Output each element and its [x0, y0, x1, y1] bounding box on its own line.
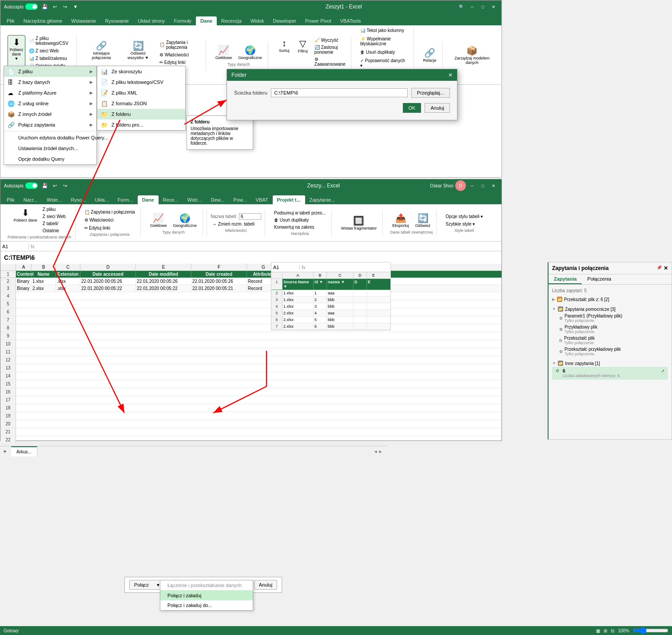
btab-pow[interactable]: Pow... [229, 195, 251, 204]
geograficzne-btn[interactable]: 🌍 Geograficzne [236, 44, 264, 61]
cell-1d[interactable]: Date accessed [80, 271, 136, 278]
dd-polacz-zaladuj[interactable]: Połącz i załaduj [160, 591, 253, 600]
ok-btn[interactable]: OK [403, 103, 421, 113]
menu-query-options[interactable]: Opcje dodatku Query [4, 154, 96, 164]
tab-vba[interactable]: VBATools [336, 16, 366, 25]
btab-uklad[interactable]: Ukła... [91, 195, 113, 204]
bottom-close-btn[interactable]: ✕ [489, 181, 498, 190]
poprawnosc-btn[interactable]: ✓ Poprawność danych ▾ [358, 57, 410, 69]
zastosuj-btn[interactable]: 🔄 Zastosuj ponownie [313, 44, 347, 56]
cell-ref-input[interactable]: A1 [2, 244, 29, 249]
sheet-tab-arkus[interactable]: Arkus... [11, 446, 37, 456]
btab-rece[interactable]: Rece... [159, 195, 183, 204]
pq-tab-queries[interactable]: Zapytania [549, 274, 582, 284]
minimize-btn[interactable]: ─ [468, 2, 477, 11]
nazwa-tabeli-input[interactable] [239, 213, 261, 220]
save-icon[interactable]: 💾 [40, 2, 49, 11]
right-h-d[interactable]: D [354, 279, 367, 290]
autosave-switch[interactable] [25, 4, 38, 10]
menu-from-online[interactable]: 🌐 Z usług online [4, 98, 96, 109]
browse-btn[interactable]: Przeglądaj... [411, 88, 450, 98]
bottom-table-btn[interactable]: Z tabeli/ [41, 220, 68, 227]
dialog-close-btn[interactable]: ✕ [448, 72, 453, 78]
dd-polacz-zaladuj-do[interactable]: Połącz i załaduj do... [160, 600, 253, 610]
usun-dup-btn[interactable]: 🗑 Usuń duplikaty [358, 49, 410, 56]
cell-1c[interactable]: Extension [56, 271, 80, 278]
tab-deweloper[interactable]: Deweloper [268, 16, 301, 25]
bottom-usun-btn[interactable]: 🗑 Usuń duplikaty [272, 217, 328, 223]
sortuj-btn[interactable]: ↕ Sortuj [275, 37, 293, 54]
eksportuj-btn[interactable]: 📤 Eksportuj [390, 211, 411, 229]
zmien-rozm-btn[interactable]: ↔ Zmień rozm. tabeli [211, 221, 261, 227]
zaawansowane-btn[interactable]: ⚙ Zaawansowane [313, 56, 347, 67]
pq-group-helper-header[interactable]: ▼ 📁 Zapytania pomocnicze [3] [552, 306, 668, 313]
add-sheet-btn[interactable]: + [0, 447, 9, 456]
maximize-btn[interactable]: □ [478, 2, 487, 11]
redo-icon[interactable]: ↪ [61, 2, 70, 11]
from-workbook-item[interactable]: 📊 Ze skoroszytu [97, 66, 185, 77]
konwertuj-btn[interactable]: Konwertuj na zakres [272, 224, 328, 230]
close-btn[interactable]: ✕ [489, 2, 498, 11]
bottom-csv-btn[interactable]: Z pliku [41, 206, 68, 213]
menu-connect-query[interactable]: 🔗 Połącz zapytania [4, 119, 96, 130]
tab-rysowanie[interactable]: Rysowanie [100, 16, 133, 25]
bottom-geo-btn[interactable]: 🌍 Geograficzne [171, 211, 199, 229]
queries-connections-btn[interactable]: 📋 Zapytania i połączenia [158, 39, 202, 51]
filtruj-btn[interactable]: ▽ Filtruj [294, 37, 312, 55]
menu-data-sources[interactable]: Ustawienia źródeł danych... [4, 143, 96, 154]
properties-btn[interactable]: ⚙ Właściwości [158, 52, 202, 58]
cell-1a[interactable]: Content [16, 271, 32, 278]
btab-vbat[interactable]: VBAT [251, 195, 273, 204]
edit-links-btn[interactable]: ✏ Edytuj linki [158, 59, 202, 66]
search-btn[interactable]: 🔍 [457, 2, 466, 11]
row2-content[interactable]: Binary [16, 278, 32, 285]
bottom-minimize-btn[interactable]: ─ [468, 181, 477, 190]
menu-run-editor[interactable]: Uruchom edytora dodatku Power Query... [4, 132, 96, 143]
pq-tab-connections[interactable]: Połączenia [582, 274, 616, 284]
bottom-gieldowe-btn[interactable]: 📈 Giełdowe [148, 211, 169, 229]
btab-narz[interactable]: Narz... [19, 195, 42, 204]
wypelnianie-btn[interactable]: ⚡ Wypełnianie błyskawiczne [358, 36, 410, 47]
relacje-btn[interactable]: 🔗 Relacje [421, 46, 439, 64]
view-break-icon[interactable]: ⊟ [611, 628, 614, 633]
from-sharepoint-item[interactable]: 📁 Z folderu pro... [97, 119, 185, 130]
from-json-item[interactable]: 📋 Z formatu JSON [97, 98, 185, 109]
pq-group-other-header[interactable]: ▼ 📁 Inne zapytania [1] [552, 360, 668, 367]
menu-from-db[interactable]: 🗄 Z bazy danych [4, 77, 96, 87]
right-h-e[interactable]: E [367, 279, 380, 290]
from-xml-item[interactable]: 📝 Z pliku XML [97, 87, 185, 98]
row2-modified[interactable]: 22.01.2020 00:05:26 [136, 278, 191, 285]
row3-ext[interactable]: .xlsx [56, 285, 80, 292]
from-table-btn[interactable]: 📊 Z tabeli/zakresu [27, 55, 73, 62]
undo-icon[interactable]: ↩ [51, 2, 60, 11]
tab-plik[interactable]: Plik [2, 16, 19, 25]
row3-accessed[interactable]: 22.01.2020 00:05:22 [80, 285, 136, 292]
cell-1b[interactable]: Name [32, 271, 56, 278]
pq-item-param1[interactable]: ⚙ Parametr1 (Przykładowy plik) Tylko poł… [552, 313, 668, 324]
row2-accessed[interactable]: 22.01.2020 00:05:26 [80, 278, 136, 285]
pobierz-dane-btn[interactable]: ⬇ Pobierzdane ▼ [8, 35, 25, 69]
btab-ryso[interactable]: Ryso... [66, 195, 90, 204]
tab-widok[interactable]: Widok [246, 16, 269, 25]
menu-from-azure[interactable]: ☁ Z platformy Azure [4, 87, 96, 98]
row3-modified[interactable]: 22.01.2020 00:05:22 [136, 285, 191, 292]
bottom-links-btn[interactable]: ✏ Edytuj linki [83, 225, 137, 231]
view-layout-icon[interactable]: ⊞ [604, 628, 607, 633]
btab-dane[interactable]: Dane [138, 195, 159, 204]
view-normal-icon[interactable]: ▦ [596, 628, 600, 633]
row2-created[interactable]: 22.01.2020 00:05:26 [191, 278, 247, 285]
bottom-maximize-btn[interactable]: □ [478, 181, 487, 190]
from-folder-item[interactable]: 📁 Z folderu [97, 109, 185, 119]
tekst-kolumny-btn[interactable]: 📊 Tekst jako kolumny [358, 27, 410, 34]
pq-group-transform-header[interactable]: ▶ 📁 Przekształć plik z: 6 [2] [552, 296, 668, 303]
row3-name[interactable]: 2.xlsx [32, 285, 56, 292]
tab-uklad[interactable]: Układ strony [133, 16, 169, 25]
row3-content[interactable]: Binary [16, 285, 32, 292]
podsumuj-btn[interactable]: Podsumuj w tabeli przes... [272, 210, 328, 216]
bottom-queries-btn[interactable]: 📋 Zapytania i połączenia [83, 209, 137, 215]
opcje-stylu-btn[interactable]: Opcje stylu tabeli ▾ [444, 213, 485, 220]
odswiez-external-btn[interactable]: 🔄 Odśwież [413, 211, 433, 229]
cell-1e[interactable]: Date modified [136, 271, 191, 278]
pq-close-btn[interactable]: ✕ [664, 265, 668, 271]
styl-btn[interactable]: Szybkie style ▾ [444, 221, 485, 227]
